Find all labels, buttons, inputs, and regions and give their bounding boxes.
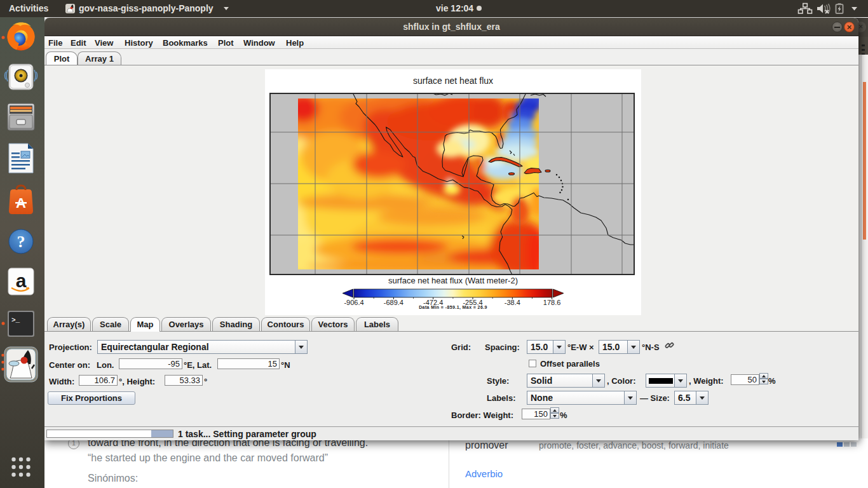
- svg-text:a: a: [16, 270, 27, 291]
- svg-text:>_: >_: [11, 316, 20, 324]
- svg-text:?: ?: [17, 233, 25, 251]
